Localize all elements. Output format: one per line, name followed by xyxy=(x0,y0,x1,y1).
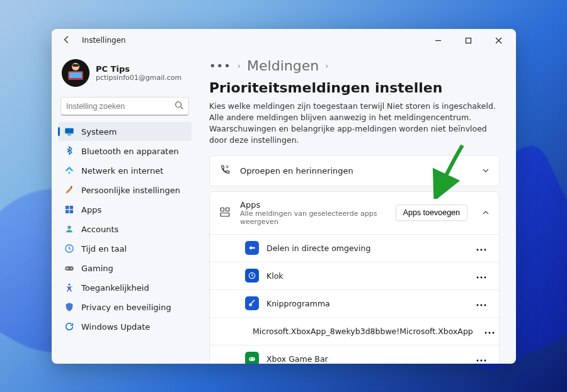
settings-window: Instellingen PC Tips pctips xyxy=(52,29,516,364)
bluetooth-icon xyxy=(64,146,74,156)
svg-rect-37 xyxy=(249,357,255,361)
svg-point-27 xyxy=(477,276,479,278)
card-apps-header[interactable]: Apps Alle meldingen van geselecteerde ap… xyxy=(210,192,499,234)
sidebar-item-wifi[interactable]: Netwerk en internet xyxy=(58,161,192,180)
svg-point-31 xyxy=(477,304,479,306)
apps-icon xyxy=(64,204,74,215)
more-button[interactable] xyxy=(481,324,498,339)
svg-point-24 xyxy=(481,249,483,250)
add-apps-button[interactable]: Apps toevoegen xyxy=(396,204,467,221)
minimize-button[interactable] xyxy=(425,31,450,49)
more-button[interactable] xyxy=(472,269,490,283)
apps-icon xyxy=(219,206,231,220)
app-row[interactable]: Xbox Game Bar xyxy=(210,345,499,364)
breadcrumb: ••• › Meldingen › Prioriteitsmeldingen i… xyxy=(209,58,500,96)
brush-icon xyxy=(64,185,74,195)
account-icon xyxy=(64,224,74,234)
more-button[interactable] xyxy=(472,352,490,364)
system-icon xyxy=(64,126,74,137)
sidebar-item-label: Gaming xyxy=(81,264,113,273)
sidebar-item-account[interactable]: Accounts xyxy=(58,220,192,238)
app-icon xyxy=(245,296,259,310)
sidebar-item-label: Systeem xyxy=(81,127,117,137)
sidebar-item-shield[interactable]: Privacy en beveiliging xyxy=(58,298,192,316)
app-name: Klok xyxy=(266,271,465,281)
svg-rect-8 xyxy=(67,135,71,135)
breadcrumb-parent[interactable]: Meldingen xyxy=(247,58,319,74)
card-apps: Apps Alle meldingen van geselecteerde ap… xyxy=(209,191,500,364)
sidebar-item-brush[interactable]: Persoonlijke instellingen xyxy=(58,181,192,199)
maximize-button[interactable] xyxy=(455,31,481,49)
sidebar-item-accessibility[interactable]: Toegankelijkheid xyxy=(58,278,192,297)
sidebar-item-apps[interactable]: Apps xyxy=(58,200,192,219)
svg-point-15 xyxy=(67,226,71,229)
more-button[interactable] xyxy=(472,296,490,311)
sidebar-item-label: Windows Update xyxy=(81,322,150,332)
svg-point-23 xyxy=(477,249,479,250)
phone-icon xyxy=(219,164,231,177)
chevron-right-icon: › xyxy=(238,61,241,70)
accessibility-icon xyxy=(64,283,74,293)
search-input[interactable] xyxy=(66,102,175,111)
svg-point-32 xyxy=(481,304,483,306)
card-apps-subtitle: Alle meldingen van geselecteerde apps we… xyxy=(240,210,387,226)
page-title: Prioriteitsmeldingen instellen xyxy=(209,80,442,96)
profile[interactable]: PC Tips pctipsinfo01@gmail.com xyxy=(58,55,192,96)
app-row[interactable]: Delen in directe omgeving xyxy=(210,234,499,262)
app-icon xyxy=(245,269,259,283)
shield-icon xyxy=(64,302,74,312)
sidebar-item-update[interactable]: Windows Update xyxy=(58,317,192,336)
app-name: Microsoft.XboxApp_8wekyb3d8bbwe!Microsof… xyxy=(253,327,473,336)
svg-rect-20 xyxy=(220,208,224,211)
svg-rect-14 xyxy=(70,210,73,213)
search-icon xyxy=(175,101,183,111)
svg-point-34 xyxy=(484,332,486,333)
svg-rect-5 xyxy=(72,64,79,67)
update-icon xyxy=(64,322,74,332)
breadcrumb-overflow[interactable]: ••• xyxy=(209,59,231,72)
sidebar-item-game[interactable]: Gaming xyxy=(58,259,192,277)
app-row[interactable]: Klok xyxy=(210,262,499,289)
card-apps-title: Apps xyxy=(240,200,387,210)
sidebar-item-label: Tijd en taal xyxy=(81,244,127,254)
app-name: Xbox Game Bar xyxy=(266,354,465,364)
svg-point-9 xyxy=(69,172,71,174)
app-row[interactable]: Knipprogramma xyxy=(210,289,499,317)
card-calls-header[interactable]: Oproepen en herinneringen xyxy=(210,156,499,186)
svg-point-30 xyxy=(249,303,252,306)
avatar xyxy=(62,59,89,87)
app-row[interactable]: Microsoft.XboxApp_8wekyb3d8bbwe!Microsof… xyxy=(210,317,499,345)
sidebar-item-system[interactable]: Systeem xyxy=(58,122,192,141)
back-button[interactable] xyxy=(57,35,77,46)
more-button[interactable] xyxy=(472,241,490,255)
svg-rect-22 xyxy=(220,213,229,216)
wifi-icon xyxy=(64,165,74,176)
svg-rect-12 xyxy=(70,206,73,209)
svg-rect-7 xyxy=(65,128,73,134)
svg-point-41 xyxy=(484,359,486,361)
app-icon xyxy=(245,241,259,255)
svg-rect-13 xyxy=(66,210,69,213)
svg-point-40 xyxy=(481,359,483,361)
sidebar-item-label: Accounts xyxy=(81,225,118,234)
svg-point-25 xyxy=(484,249,486,250)
close-button[interactable] xyxy=(486,31,511,49)
svg-rect-21 xyxy=(226,208,229,211)
svg-point-33 xyxy=(484,304,486,306)
svg-point-29 xyxy=(484,276,486,278)
game-icon xyxy=(64,263,74,273)
svg-point-28 xyxy=(481,276,483,278)
page-description: Kies welke meldingen zijn toegestaan ter… xyxy=(209,101,500,147)
search-box[interactable] xyxy=(60,97,189,116)
sidebar-item-bluetooth[interactable]: Bluetooth en apparaten xyxy=(58,142,192,160)
sidebar-item-label: Persoonlijke instellingen xyxy=(81,186,180,195)
card-calls-title: Oproepen en herinneringen xyxy=(240,166,472,176)
sidebar-item-clock[interactable]: Tijd en taal xyxy=(58,239,192,258)
svg-point-19 xyxy=(69,284,71,286)
card-calls: Oproepen en herinneringen xyxy=(209,155,500,186)
sidebar-item-label: Bluetooth en apparaten xyxy=(81,147,179,156)
sidebar-item-label: Netwerk en internet xyxy=(81,166,163,176)
sidebar-item-label: Toegankelijkheid xyxy=(81,283,149,293)
profile-name: PC Tips xyxy=(96,64,181,74)
svg-point-38 xyxy=(253,358,255,359)
